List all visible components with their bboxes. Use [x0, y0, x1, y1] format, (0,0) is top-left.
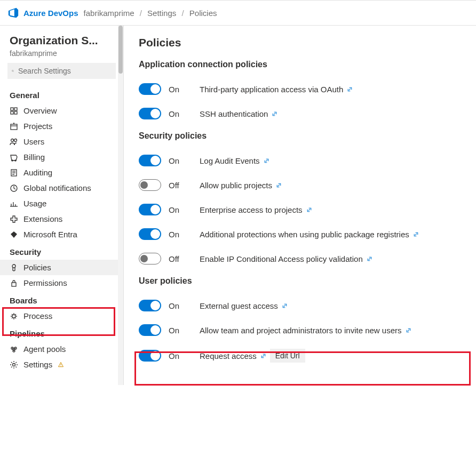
- policy-label: Third-party application access via OAuth: [200, 85, 461, 94]
- toggle-state-label: On: [169, 301, 192, 310]
- link-icon[interactable]: [263, 157, 270, 164]
- toggle-switch[interactable]: [139, 253, 161, 264]
- warn-badge-icon: [58, 362, 64, 368]
- sidebar-item-label: Projects: [23, 122, 52, 131]
- svg-point-11: [14, 139, 17, 141]
- brand[interactable]: Azure DevOps: [7, 7, 78, 19]
- svg-rect-5: [14, 111, 17, 114]
- settings-icon: [10, 360, 18, 369]
- link-icon[interactable]: [366, 255, 373, 262]
- toggle-switch[interactable]: [139, 108, 161, 119]
- sidebar-item-policies[interactable]: Policies: [0, 260, 123, 275]
- sidebar-item-label: Microsoft Entra: [23, 230, 77, 239]
- sidebar-item-auditing[interactable]: Auditing: [0, 165, 123, 180]
- link-icon[interactable]: [346, 86, 353, 93]
- policy-label: Log Audit Events: [200, 156, 461, 165]
- users-icon: [10, 138, 18, 146]
- toggle-switch[interactable]: [139, 324, 161, 336]
- svg-line-1: [13, 71, 14, 72]
- azure-devops-icon: [7, 7, 19, 19]
- link-icon[interactable]: [412, 231, 419, 238]
- svg-point-23: [12, 264, 15, 268]
- edit-url-button[interactable]: Edit Url: [270, 349, 305, 363]
- policy-row: OnAdditional protections when using publ…: [139, 222, 461, 246]
- toggle-state-label: On: [169, 205, 192, 214]
- policy-label: Additional protections when using public…: [200, 230, 461, 239]
- sidebar-item-label: Extensions: [23, 214, 62, 223]
- sidebar-item-overview[interactable]: Overview: [0, 103, 123, 118]
- sidebar-item-billing[interactable]: Billing: [0, 149, 123, 165]
- policy-label: Enable IP Conditional Access policy vali…: [200, 254, 461, 263]
- policy-label: Request access Edit Url: [200, 349, 461, 363]
- toggle-switch[interactable]: [139, 83, 161, 95]
- policy-label: SSH authentication: [200, 109, 461, 118]
- sidebar-group-boards: Boards: [0, 291, 123, 308]
- link-icon[interactable]: [306, 206, 313, 213]
- scrollbar-track[interactable]: [118, 26, 123, 385]
- svg-point-32: [13, 363, 15, 366]
- link-icon[interactable]: [275, 182, 282, 189]
- search-settings[interactable]: [7, 63, 116, 79]
- toggle-state-label: On: [169, 230, 192, 239]
- sidebar-group-pipelines: Pipelines: [0, 324, 123, 341]
- section-heading: User policies: [139, 276, 461, 286]
- toggle-switch[interactable]: [139, 155, 161, 166]
- policy-row: OnSSH authentication: [139, 101, 461, 126]
- policy-label: External guest access: [200, 301, 461, 310]
- sidebar-item-label: Global notifications: [23, 183, 91, 193]
- sidebar-subtitle: fabrikamprime: [0, 47, 123, 63]
- projects-icon: [10, 122, 18, 131]
- sidebar-item-label: Permissions: [23, 278, 67, 287]
- policy-row: OffEnable IP Conditional Access policy v…: [139, 246, 461, 271]
- toggle-switch[interactable]: [139, 350, 161, 362]
- sidebar-item-microsoft-entra[interactable]: Microsoft Entra: [0, 227, 123, 242]
- toggle-switch[interactable]: [139, 179, 161, 191]
- svg-rect-2: [11, 108, 13, 110]
- sidebar-group-security: Security: [0, 242, 123, 260]
- sidebar-item-label: Overview: [23, 106, 57, 115]
- sidebar-item-projects[interactable]: Projects: [0, 118, 123, 134]
- svg-rect-3: [14, 108, 17, 110]
- toggle-switch[interactable]: [139, 204, 161, 215]
- policy-label: Enterprise access to projects: [200, 205, 461, 214]
- sidebar-item-agent-pools[interactable]: Agent pools: [0, 341, 123, 357]
- policy-label: Allow team and project administrators to…: [200, 326, 461, 335]
- link-icon[interactable]: [405, 327, 412, 334]
- svg-rect-6: [11, 124, 17, 130]
- policy-row: OnExternal guest access: [139, 293, 461, 318]
- sidebar-item-permissions[interactable]: Permissions: [0, 275, 123, 291]
- svg-rect-4: [11, 111, 13, 114]
- toggle-switch[interactable]: [139, 228, 161, 240]
- auditing-icon: [10, 169, 18, 177]
- extensions-icon: [10, 215, 18, 223]
- policy-row: OnAllow team and project administrators …: [139, 318, 461, 342]
- overview-icon: [10, 107, 18, 115]
- main-content: Policies Application connection policies…: [124, 26, 476, 385]
- sidebar-item-global-notifications[interactable]: Global notifications: [0, 180, 123, 196]
- breadcrumb-section[interactable]: Settings: [147, 9, 176, 18]
- sidebar-item-users[interactable]: Users: [0, 134, 123, 149]
- scrollbar-thumb[interactable]: [118, 26, 123, 74]
- sidebar-item-usage[interactable]: Usage: [0, 196, 123, 211]
- section-heading: Application connection policies: [139, 60, 461, 69]
- agentpools-icon: [10, 345, 18, 354]
- policies-icon: [10, 263, 18, 272]
- link-icon[interactable]: [271, 110, 278, 117]
- breadcrumb-org[interactable]: fabrikamprime: [84, 9, 134, 18]
- svg-point-25: [12, 315, 15, 318]
- page-title: Policies: [139, 36, 461, 49]
- link-icon[interactable]: [260, 352, 267, 359]
- sidebar-item-label: Users: [23, 137, 44, 146]
- toggle-switch[interactable]: [139, 300, 161, 311]
- sidebar-item-settings[interactable]: Settings: [0, 357, 123, 372]
- sidebar-item-process[interactable]: Process: [0, 308, 123, 324]
- toggle-state-label: On: [169, 85, 192, 94]
- sidebar-title: Organization S...: [0, 34, 123, 47]
- breadcrumb-page[interactable]: Policies: [189, 9, 217, 18]
- link-icon[interactable]: [281, 302, 288, 309]
- search-input[interactable]: [18, 67, 112, 75]
- section-heading: Security policies: [139, 131, 461, 141]
- globalnotif-icon: [10, 184, 18, 193]
- toggle-state-label: On: [169, 351, 192, 360]
- sidebar-item-extensions[interactable]: Extensions: [0, 211, 123, 227]
